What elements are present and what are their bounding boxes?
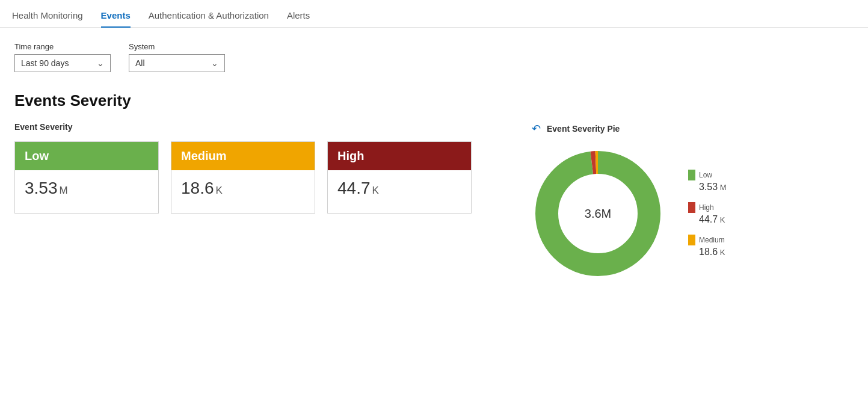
card-body-medium: 18.6 K (171, 170, 315, 206)
tab-events[interactable]: Events (101, 10, 131, 28)
refresh-icon[interactable]: ↶ (532, 122, 541, 135)
legend-color-medium (688, 235, 695, 245)
legend-name-medium: Medium (699, 236, 725, 244)
time-range-filter: Time range Last 90 days ⌄ (14, 42, 111, 72)
donut-center-label: 3.6M (585, 207, 611, 221)
legend-row-low: Low (688, 170, 727, 180)
card-body-low: 3.53 M (15, 170, 158, 206)
tab-alerts[interactable]: Alerts (287, 10, 310, 28)
system-chevron-down-icon: ⌄ (211, 58, 218, 68)
filters-row: Time range Last 90 days ⌄ System All ⌄ (0, 28, 868, 72)
donut-chart: 3.6M (532, 147, 664, 280)
card-value-medium: 18.6 (181, 179, 214, 198)
card-unit-medium: K (216, 185, 223, 197)
section-title: Events Severity (0, 72, 868, 122)
main-content: Event Severity Low3.53 MMedium18.6 KHigh… (0, 122, 868, 280)
time-range-chevron-down-icon: ⌄ (97, 58, 104, 68)
severity-card-high: High44.7 K (327, 141, 472, 214)
right-panel-header: ↶ Event Severity Pie (532, 122, 854, 135)
card-unit-low: M (60, 185, 68, 197)
tab-health-monitoring[interactable]: Health Monitoring (12, 10, 83, 28)
legend-name-low: Low (699, 171, 712, 179)
legend-row-medium: Medium (688, 235, 727, 245)
event-severity-label: Event Severity (14, 122, 496, 132)
time-range-select[interactable]: Last 90 days ⌄ (14, 54, 111, 72)
legend: Low3.53 MHigh44.7 KMedium18.6 K (688, 170, 727, 257)
legend-value-high: 44.7 K (699, 214, 727, 225)
legend-value-medium: 18.6 K (699, 247, 727, 257)
system-value: All (135, 58, 145, 68)
legend-item-high: High44.7 K (688, 202, 727, 225)
system-select[interactable]: All ⌄ (129, 54, 225, 72)
legend-value-low: 3.53 M (699, 182, 727, 192)
nav-tabs: Health MonitoringEventsAuthentication & … (0, 0, 868, 28)
time-range-value: Last 90 days (21, 58, 69, 68)
legend-row-high: High (688, 202, 727, 213)
time-range-label: Time range (14, 42, 111, 51)
card-header-medium: Medium (171, 142, 315, 170)
card-header-low: Low (15, 142, 158, 170)
legend-color-high (688, 202, 695, 213)
system-filter: System All ⌄ (129, 42, 225, 72)
card-unit-high: K (372, 185, 379, 197)
severity-card-medium: Medium18.6 K (171, 141, 315, 214)
card-value-high: 44.7 (337, 179, 371, 198)
system-label: System (129, 42, 225, 51)
right-panel-title: Event Severity Pie (547, 124, 620, 134)
severity-card-low: Low3.53 M (14, 141, 159, 214)
card-value-low: 3.53 (25, 179, 58, 198)
pie-area: 3.6M Low3.53 MHigh44.7 KMedium18.6 K (532, 147, 854, 280)
card-header-high: High (328, 142, 471, 170)
legend-unit-low: M (718, 183, 726, 192)
tab-auth[interactable]: Authentication & Authorization (149, 10, 269, 28)
legend-color-low (688, 170, 695, 180)
legend-item-low: Low3.53 M (688, 170, 727, 192)
severity-cards: Low3.53 MMedium18.6 KHigh44.7 K (14, 141, 496, 214)
right-panel: ↶ Event Severity Pie 3.6M Low3.53 MHigh4… (532, 122, 854, 280)
legend-item-medium: Medium18.6 K (688, 235, 727, 257)
legend-unit-medium: K (718, 248, 725, 257)
card-body-high: 44.7 K (328, 170, 471, 206)
legend-name-high: High (699, 203, 714, 212)
legend-unit-high: K (718, 215, 725, 224)
left-panel: Event Severity Low3.53 MMedium18.6 KHigh… (14, 122, 496, 214)
